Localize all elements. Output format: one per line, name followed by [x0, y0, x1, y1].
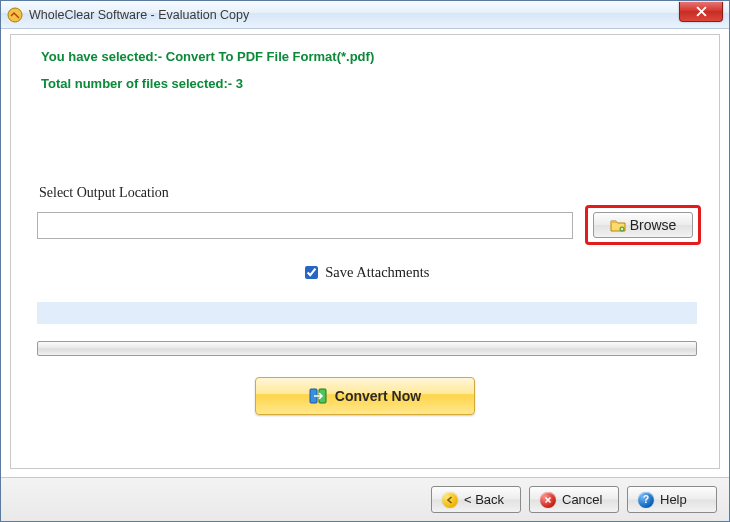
back-button[interactable]: < Back	[431, 486, 521, 513]
folder-icon	[610, 218, 626, 232]
output-path-input[interactable]	[37, 212, 573, 239]
close-button[interactable]	[679, 2, 723, 22]
back-icon	[442, 492, 458, 508]
selected-format-text: You have selected:- Convert To PDF File …	[41, 49, 719, 64]
back-label: < Back	[464, 492, 504, 507]
cancel-button[interactable]: Cancel	[529, 486, 619, 513]
output-location-label: Select Output Location	[39, 185, 169, 201]
convert-now-label: Convert Now	[335, 388, 421, 404]
save-attachments-label: Save Attachments	[325, 264, 429, 280]
progress-bar	[37, 341, 697, 356]
content-area: You have selected:- Convert To PDF File …	[1, 29, 729, 521]
cancel-icon	[540, 492, 556, 508]
info-strip	[37, 302, 697, 324]
save-attachments-row: Save Attachments	[11, 263, 719, 282]
convert-icon	[309, 387, 327, 405]
browse-button-label: Browse	[630, 217, 677, 233]
app-window: WholeClear Software - Evaluation Copy Yo…	[0, 0, 730, 522]
save-attachments-checkbox[interactable]	[305, 266, 318, 279]
app-icon	[7, 7, 23, 23]
help-button[interactable]: ? Help	[627, 486, 717, 513]
titlebar: WholeClear Software - Evaluation Copy	[1, 1, 729, 29]
browse-highlight: Browse	[585, 205, 701, 245]
window-title: WholeClear Software - Evaluation Copy	[29, 8, 249, 22]
help-label: Help	[660, 492, 687, 507]
footer-bar: < Back Cancel ? Help	[1, 477, 729, 521]
browse-button[interactable]: Browse	[593, 212, 693, 238]
file-count-text: Total number of files selected:- 3	[41, 76, 719, 91]
help-icon: ?	[638, 492, 654, 508]
cancel-label: Cancel	[562, 492, 602, 507]
convert-now-button[interactable]: Convert Now	[255, 377, 475, 415]
main-panel: You have selected:- Convert To PDF File …	[10, 34, 720, 469]
output-row: Browse	[37, 205, 701, 245]
